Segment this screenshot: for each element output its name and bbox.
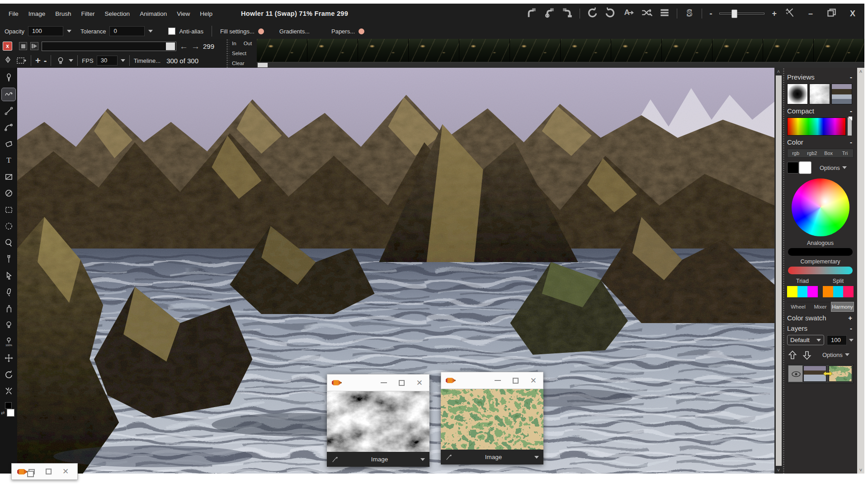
primary-color-swatch[interactable] [787, 162, 799, 174]
triad-swatch[interactable] [807, 286, 818, 297]
filmstrip-frame[interactable] [662, 39, 712, 62]
panel-scroll-up-icon[interactable]: ˄ [859, 68, 862, 75]
papers-button[interactable]: Papers... [331, 28, 355, 35]
color-collapse-button[interactable]: - [849, 140, 854, 145]
layer-down-button[interactable] [802, 350, 811, 360]
line-tool-icon[interactable] [2, 104, 15, 117]
filmstrip-frame[interactable] [561, 39, 611, 62]
restore-button[interactable] [826, 7, 837, 20]
triad-swatch[interactable] [797, 286, 808, 297]
layer-opacity-value[interactable]: 100 [827, 335, 847, 345]
fill-tool-icon[interactable] [2, 137, 15, 150]
play-button[interactable] [30, 42, 38, 50]
light-dropdown-icon[interactable] [69, 59, 73, 62]
menu-help[interactable]: Help [195, 9, 217, 19]
color-tab-rgb2[interactable]: rgb2 [804, 149, 820, 157]
image-type-dropdown-icon[interactable] [534, 456, 539, 459]
filmstrip-frame[interactable] [712, 39, 763, 62]
light-toggle-icon[interactable] [55, 56, 66, 66]
panel-scrollbar[interactable]: ˄ ˅ [857, 68, 864, 474]
map-texture-image[interactable] [441, 389, 543, 450]
close-button[interactable]: X [849, 9, 856, 18]
keyframe-nav-icon[interactable] [3, 56, 13, 66]
compact-collapse-button[interactable]: - [849, 108, 854, 114]
minimized-window-titlebar[interactable]: ✕ [11, 463, 78, 480]
filled-rect-tool-icon[interactable] [2, 170, 15, 183]
layer-blend-mode-select[interactable]: Default [787, 335, 824, 345]
fps-dropdown-icon[interactable] [121, 59, 125, 62]
texture-preview-thumb[interactable] [809, 84, 830, 104]
menu-selection[interactable]: Selection [100, 9, 135, 19]
in-button[interactable]: In [232, 41, 236, 46]
prev-frame-button[interactable]: ← [179, 42, 188, 51]
rect-select-tool-icon[interactable] [2, 203, 15, 216]
secondary-color-chip[interactable] [7, 409, 14, 417]
add-frame-button[interactable]: + [35, 56, 41, 65]
filmstrip-scrollbar[interactable] [257, 62, 864, 68]
color-wheel[interactable] [792, 178, 849, 236]
position-tool-icon[interactable] [2, 352, 15, 365]
filmstrip-frame[interactable] [763, 39, 814, 62]
opacity-value[interactable]: 100 [28, 26, 63, 36]
swap-buffer-alt-icon[interactable] [543, 7, 555, 20]
layer-opacity-dropdown-icon[interactable] [849, 339, 854, 342]
foreground-background-swatches[interactable]: ⇄ [2, 402, 15, 418]
layer-up-button[interactable] [787, 350, 797, 360]
brush-preview-thumb[interactable] [787, 84, 808, 104]
close-animation-button[interactable]: x [3, 42, 12, 51]
restore-stack-icon[interactable] [28, 469, 35, 474]
next-frame-button[interactable]: → [191, 42, 200, 51]
airbrush-tool-icon[interactable] [2, 286, 15, 299]
maximize-icon[interactable] [399, 380, 405, 386]
secondary-color-swatch[interactable] [799, 161, 811, 174]
frame-filmstrip[interactable] [257, 39, 864, 62]
antialias-checkbox[interactable] [168, 28, 175, 35]
pan-tool-icon[interactable] [2, 302, 15, 315]
compact-color-spectrum[interactable] [787, 117, 846, 136]
split-swatch[interactable] [823, 286, 833, 297]
menu-image[interactable]: Image [24, 9, 51, 19]
previews-collapse-button[interactable]: - [849, 75, 854, 80]
filled-ellipse-tool-icon[interactable] [2, 187, 15, 200]
tolerance-value[interactable]: 0 [109, 26, 145, 36]
text-tool-icon[interactable] [2, 154, 15, 167]
canvas-vscrollbar[interactable]: ˄ ˅ [774, 68, 783, 474]
close-icon[interactable]: ✕ [530, 377, 537, 385]
swap-colors-icon[interactable]: ⇄ [1, 410, 5, 415]
menu-file[interactable]: File [4, 9, 24, 19]
redo-all-icon[interactable] [623, 7, 634, 20]
image-window-titlebar[interactable]: ✕ [327, 374, 429, 391]
analogous-bar[interactable] [788, 248, 853, 256]
redo-icon[interactable] [604, 7, 616, 20]
layer-options-button[interactable]: Options [822, 352, 849, 358]
menu-view[interactable]: View [172, 9, 195, 19]
swap-buffer-icon[interactable] [525, 7, 537, 20]
image-preview-thumb[interactable] [831, 84, 852, 104]
store-buffer-icon[interactable] [561, 7, 573, 20]
image-type-dropdown-icon[interactable] [420, 458, 425, 461]
light-tool-icon[interactable] [2, 319, 15, 332]
filmstrip-frame[interactable] [459, 39, 510, 62]
color-options-button[interactable]: Options [820, 164, 847, 171]
ellipse-select-tool-icon[interactable] [2, 220, 15, 233]
magnifier-tool-icon[interactable] [2, 236, 15, 249]
complementary-bar[interactable] [788, 267, 853, 274]
fps-value[interactable]: 30 [97, 56, 118, 66]
layers-collapse-button[interactable]: - [849, 326, 854, 331]
close-icon[interactable]: ✕ [416, 379, 423, 387]
filmstrip-frame[interactable] [409, 39, 459, 62]
minimize-icon[interactable] [381, 382, 387, 383]
stop-button[interactable] [19, 42, 27, 50]
tolerance-dropdown-icon[interactable] [148, 30, 153, 33]
triad-swatch[interactable] [787, 286, 797, 297]
opacity-dropdown-icon[interactable] [67, 30, 71, 33]
filmstrip-frame[interactable] [358, 39, 409, 62]
remove-frame-button[interactable]: - [44, 56, 47, 65]
primary-color-chip[interactable] [5, 402, 12, 409]
frame-scrubber[interactable] [42, 42, 176, 51]
pen-icon[interactable] [331, 456, 339, 463]
out-button[interactable]: Out [244, 41, 252, 46]
freehand-draw-tool-icon[interactable] [2, 88, 15, 101]
knife-tool-icon[interactable] [784, 7, 796, 20]
layer-row[interactable] [787, 364, 854, 383]
